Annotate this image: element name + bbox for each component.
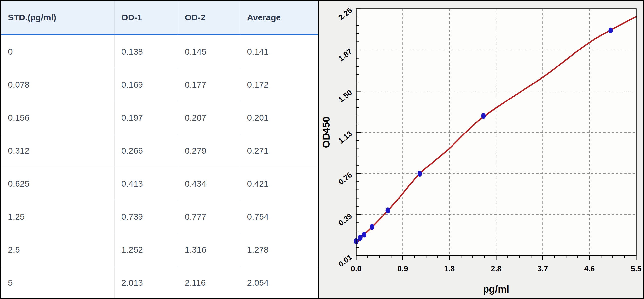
table-row: 00.1380.1450.141 <box>1 35 318 68</box>
table-cell: 0.172 <box>240 68 318 101</box>
table-cell: 0.271 <box>240 134 318 167</box>
table-row: 0.6250.4130.4340.421 <box>1 167 318 200</box>
table-cell: 5 <box>1 266 114 298</box>
standards-table-body: 00.1380.1450.1410.0780.1690.1770.1720.15… <box>1 35 318 298</box>
table-cell: 0.138 <box>114 35 178 68</box>
table-cell: 0.754 <box>240 200 318 233</box>
y-axis-title: OD450 <box>321 117 332 148</box>
x-tick-label: 4.6 <box>584 265 595 273</box>
table-cell: 2.5 <box>1 233 114 266</box>
table-cell: 0.266 <box>114 134 178 167</box>
table-cell: 0.145 <box>178 35 240 68</box>
table-cell: 1.316 <box>178 233 240 266</box>
x-tick-label: 1.8 <box>444 265 455 273</box>
standard-curve-svg: 0.00.91.82.83.74.65.52.251.871.501.130.7… <box>319 1 643 298</box>
table-cell: 0.177 <box>178 68 240 101</box>
table-cell: 1.278 <box>240 233 318 266</box>
table-cell: 0.141 <box>240 35 318 68</box>
table-cell: 1.25 <box>1 200 114 233</box>
table-header: STD.(pg/ml) OD-1 OD-2 Average <box>1 1 318 35</box>
y-tick-label: 1.87 <box>337 47 354 63</box>
table-row: 1.250.7390.7770.754 <box>1 200 318 233</box>
data-point <box>370 224 374 230</box>
table-cell: 2.013 <box>114 266 178 298</box>
x-axis-title: pg/ml <box>483 284 510 295</box>
table-cell: 0.777 <box>178 200 240 233</box>
standards-table-panel: STD.(pg/ml) OD-1 OD-2 Average 00.1380.14… <box>1 1 318 298</box>
data-point <box>358 235 362 241</box>
table-cell: 2.116 <box>178 266 240 298</box>
x-tick-label: 0.0 <box>351 265 361 273</box>
table-row: 0.1560.1970.2070.201 <box>1 101 318 134</box>
table-cell: 1.252 <box>114 233 178 266</box>
y-tick-label: 0.76 <box>337 170 354 186</box>
x-tick-label: 3.7 <box>538 265 548 273</box>
y-tick-label: 2.25 <box>337 6 354 22</box>
table-cell: 0.169 <box>114 68 178 101</box>
table-cell: 0.279 <box>178 134 240 167</box>
data-point <box>608 27 613 33</box>
standards-table: STD.(pg/ml) OD-1 OD-2 Average 00.1380.14… <box>1 1 318 298</box>
y-tick-label: 1.50 <box>337 88 354 104</box>
table-row: 52.0132.1162.054 <box>1 266 318 298</box>
table-cell: 0.312 <box>1 134 114 167</box>
table-cell: 0.078 <box>1 68 114 101</box>
table-cell: 0 <box>1 35 114 68</box>
table-row: 2.51.2521.3161.278 <box>1 233 318 266</box>
data-point <box>386 207 390 213</box>
table-cell: 0.197 <box>114 101 178 134</box>
data-point <box>418 171 422 177</box>
table-cell: 0.625 <box>1 167 114 200</box>
table-cell: 0.421 <box>240 167 318 200</box>
data-point <box>481 113 486 119</box>
x-tick-label: 0.9 <box>398 265 408 273</box>
table-cell: 0.156 <box>1 101 114 134</box>
table-cell: 0.413 <box>114 167 178 200</box>
table-cell: 0.201 <box>240 101 318 134</box>
table-cell: 0.434 <box>178 167 240 200</box>
table-cell: 0.739 <box>114 200 178 233</box>
elisa-standard-curve-report: STD.(pg/ml) OD-1 OD-2 Average 00.1380.14… <box>0 0 644 299</box>
column-header-od1: OD-1 <box>114 1 178 35</box>
table-row: 0.3120.2660.2790.271 <box>1 134 318 167</box>
table-row: 0.0780.1690.1770.172 <box>1 68 318 101</box>
x-tick-label: 2.8 <box>491 265 501 273</box>
table-cell: 0.207 <box>178 101 240 134</box>
x-tick-label: 5.5 <box>631 265 641 273</box>
column-header-std: STD.(pg/ml) <box>1 1 114 35</box>
y-tick-label: 1.13 <box>337 129 354 145</box>
standard-curve-panel: 0.00.91.82.83.74.65.52.251.871.501.130.7… <box>318 1 643 298</box>
table-cell: 2.054 <box>240 266 318 298</box>
y-tick-label: 0.39 <box>337 212 354 228</box>
column-header-od2: OD-2 <box>178 1 240 35</box>
data-point <box>362 232 366 238</box>
table-header-row: STD.(pg/ml) OD-1 OD-2 Average <box>1 1 318 35</box>
column-header-average: Average <box>240 1 318 35</box>
